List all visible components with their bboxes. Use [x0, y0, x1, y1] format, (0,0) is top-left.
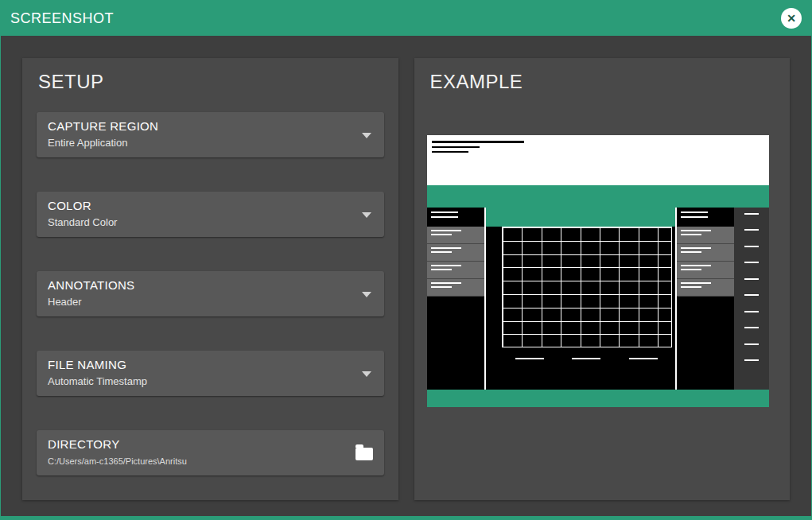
preview-left-sidebar — [427, 208, 484, 390]
folder-icon[interactable] — [355, 448, 373, 460]
field-value: Standard Color — [48, 216, 349, 228]
chevron-down-icon — [362, 371, 371, 377]
chevron-down-icon — [362, 212, 371, 218]
field-value: Entire Application — [48, 137, 349, 149]
preview-x-axis-labels — [502, 358, 672, 359]
preview-grid — [502, 227, 672, 347]
preview-header — [427, 135, 769, 185]
field-label: ANNOTATIONS — [48, 278, 349, 292]
field-label: COLOR — [48, 199, 349, 212]
field-label: DIRECTORY — [48, 437, 349, 451]
field-value: Automatic Timestamp — [48, 375, 349, 387]
preview-toolbar — [427, 185, 769, 208]
field-label: CAPTURE REGION — [48, 119, 349, 133]
annotations-dropdown[interactable]: ANNOTATIONS Header — [37, 271, 384, 316]
close-icon: ✕ — [787, 13, 796, 24]
preview-y-axis-scale — [734, 208, 769, 390]
directory-path: C:/Users/am-c1365/Pictures\Anritsu — [48, 456, 349, 466]
setup-heading: SETUP — [38, 71, 386, 93]
preview-trace-area — [484, 208, 677, 390]
example-panel: EXAMPLE — [414, 58, 791, 500]
close-button[interactable]: ✕ — [781, 8, 802, 29]
directory-field[interactable]: DIRECTORY C:/Users/am-c1365/Pictures\Anr… — [37, 430, 384, 475]
dialog-content: SETUP CAPTURE REGION Entire Application … — [1, 36, 811, 516]
chevron-down-icon — [362, 292, 371, 297]
preview-body — [427, 208, 769, 390]
chevron-down-icon — [362, 133, 371, 138]
setup-panel: SETUP CAPTURE REGION Entire Application … — [22, 58, 398, 500]
example-heading: EXAMPLE — [430, 71, 778, 93]
color-dropdown[interactable]: COLOR Standard Color — [37, 192, 384, 237]
preview-right-sidebar — [677, 208, 734, 390]
screenshot-dialog: SCREENSHOT ✕ SETUP CAPTURE REGION Entire… — [0, 0, 812, 520]
field-value: Header — [48, 296, 349, 308]
dialog-title: SCREENSHOT — [10, 10, 114, 27]
titlebar: SCREENSHOT ✕ — [1, 1, 811, 36]
preview-statusbar — [427, 390, 769, 407]
field-label: FILE NAMING — [48, 358, 349, 371]
capture-region-dropdown[interactable]: CAPTURE REGION Entire Application — [37, 112, 384, 157]
file-naming-dropdown[interactable]: FILE NAMING Automatic Timestamp — [37, 351, 384, 396]
example-preview — [427, 135, 769, 407]
